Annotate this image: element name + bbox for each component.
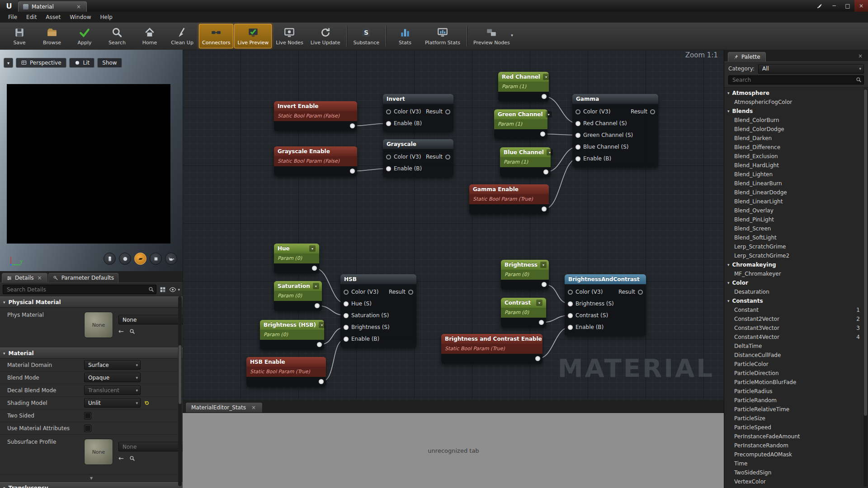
close-icon[interactable]: × — [856, 53, 864, 61]
magnifier-icon[interactable] — [129, 328, 135, 334]
palette-item-atmosphericfogcolor[interactable]: AtmosphericFogColor — [724, 98, 868, 107]
node-blue-channel[interactable]: Blue Channel▾Param (1) — [500, 147, 551, 177]
input-pin-brightness-s[interactable] — [568, 301, 573, 306]
palette-group-chromakeying[interactable]: ▾Chromakeying — [724, 260, 868, 269]
feedback-icon[interactable] — [812, 0, 827, 12]
palette-item-particleradius[interactable]: ParticleRadius — [724, 387, 868, 396]
use-selected-asset-icon[interactable]: ← — [118, 455, 124, 462]
node-gamma-enable[interactable]: Gamma EnableStatic Bool Param (True) — [469, 184, 549, 214]
toolbar-apply-button[interactable]: Apply — [69, 24, 100, 48]
category-select[interactable]: All ▾ — [758, 64, 864, 74]
palette-item-mf-chromakeyer[interactable]: MF_Chromakeyer — [724, 269, 868, 278]
palette-item-blend-hardlight[interactable]: Blend_HardLight — [724, 161, 868, 170]
palette-item-blend-darken[interactable]: Blend_Darken — [724, 134, 868, 143]
toolbar-liveupdate-button[interactable]: Live Update — [307, 24, 344, 48]
close-icon[interactable]: × — [250, 404, 257, 411]
phys-material-select[interactable]: None▾ — [118, 315, 193, 324]
toolbar-platformstats-button[interactable]: Platform Stats — [422, 24, 463, 48]
section-material-header[interactable]: ▾Material — [0, 347, 183, 359]
result-pin[interactable] — [638, 290, 643, 295]
palette-item-constant3vector[interactable]: Constant3Vector3 — [724, 324, 868, 333]
details-search-input[interactable] — [3, 285, 156, 294]
palette-group-atmosphere[interactable]: ▾Atmosphere — [724, 89, 868, 98]
magnifier-icon[interactable] — [129, 455, 135, 461]
palette-item-blend-colorburn[interactable]: Blend_ColorBurn — [724, 116, 868, 125]
input-pin-enable-b[interactable] — [344, 337, 349, 342]
tab-palette[interactable]: Palette — [728, 52, 766, 61]
palette-item-desaturation[interactable]: Desaturation — [724, 287, 868, 296]
palette-item-perinstancerandom[interactable]: PerInstanceRandom — [724, 441, 868, 450]
node-contrast[interactable]: Contrast▾Param (0) — [501, 298, 546, 328]
details-tab-parameter-defaults[interactable]: Parameter Defaults — [48, 273, 118, 282]
preview-shape-cylinder-button[interactable] — [104, 253, 116, 265]
output-pin[interactable] — [317, 342, 322, 347]
input-pin-enable-b[interactable] — [576, 156, 580, 161]
minimize-button[interactable]: ─ — [827, 0, 841, 12]
node-brightness[interactable]: Brightness▾Param (0) — [501, 260, 549, 290]
preview-shape-cube-button[interactable] — [150, 253, 162, 265]
use-material-attributes-checkbox[interactable] — [84, 425, 91, 432]
toolbar-stats-button[interactable]: Stats — [389, 24, 421, 48]
palette-item-constant2vector[interactable]: Constant2Vector2 — [724, 314, 868, 324]
section-physical-material-header[interactable]: ▾Physical Material — [0, 296, 183, 308]
node-brightness-and-contrast-enable[interactable]: Brightness and Contrast EnableStatic Boo… — [441, 334, 542, 364]
subsurface-profile-select[interactable]: None▾ — [118, 442, 193, 451]
palette-item-blend-screen[interactable]: Blend_Screen — [724, 224, 868, 233]
reset-to-default-icon[interactable] — [144, 400, 149, 405]
close-icon[interactable]: × — [75, 4, 82, 10]
output-pin[interactable] — [535, 356, 540, 361]
param-dropdown-icon[interactable]: ▾ — [540, 262, 547, 268]
toolbar-previewnodes-button[interactable]: Preview Nodes▾ — [470, 24, 513, 48]
output-pin[interactable] — [350, 123, 355, 128]
menu-help[interactable]: Help — [95, 13, 117, 22]
menu-asset[interactable]: Asset — [41, 13, 65, 22]
input-pin-contrast-s[interactable] — [568, 313, 573, 318]
toolbar-browse-button[interactable]: Browse — [36, 24, 68, 48]
palette-group-blends[interactable]: ▾Blends — [724, 107, 868, 116]
input-pin-enable-b[interactable] — [386, 166, 391, 171]
node-green-channel[interactable]: Green Channel▾Param (1) — [494, 109, 547, 139]
details-scrollbar[interactable] — [178, 296, 182, 486]
node-brightnessandcontrast[interactable]: BrightnessAndContrastColor (V3)ResultBri… — [565, 274, 646, 336]
palette-item-particlesize[interactable]: ParticleSize — [724, 414, 868, 423]
input-pin-hue-s[interactable] — [344, 301, 349, 306]
param-dropdown-icon[interactable]: ▾ — [319, 322, 325, 328]
advanced-expander[interactable]: ▼ — [0, 474, 183, 482]
result-pin[interactable] — [650, 109, 655, 114]
input-pin-brightness-s[interactable] — [344, 325, 349, 330]
section-translucency-header[interactable]: ▾Translucency — [0, 482, 183, 488]
details-tab-details[interactable]: Details× — [2, 273, 47, 282]
node-brightness-hsb[interactable]: Brightness (HSB)▾Param (0) — [260, 320, 324, 350]
palette-item-lerp-scratchgrime2[interactable]: Lerp_ScratchGrime2 — [724, 251, 868, 260]
node-hue[interactable]: Hue▾Param (0) — [274, 244, 319, 273]
palette-item-constant[interactable]: Constant1 — [724, 305, 868, 314]
palette-item-particlespeed[interactable]: ParticleSpeed — [724, 423, 868, 432]
palette-item-blend-exclusion[interactable]: Blend_Exclusion — [724, 152, 868, 161]
input-pin-color-v3[interactable] — [576, 109, 580, 114]
phys-material-thumbnail[interactable]: None — [84, 312, 113, 338]
param-dropdown-icon[interactable]: ▾ — [543, 74, 549, 80]
subsurface-profile-thumbnail[interactable]: None — [84, 439, 113, 465]
input-pin-color-v3[interactable] — [344, 290, 349, 295]
input-pin-blue-channel-s[interactable] — [576, 145, 580, 150]
output-pin[interactable] — [350, 169, 355, 174]
param-dropdown-icon[interactable]: ▾ — [536, 300, 542, 306]
output-pin[interactable] — [542, 282, 547, 287]
output-pin[interactable] — [315, 303, 320, 308]
toolbar-cleanup-button[interactable]: Clean Up — [166, 24, 198, 48]
viewport-lit-button[interactable]: Lit — [69, 58, 95, 68]
result-pin[interactable] — [445, 109, 450, 114]
node-invert-enable[interactable]: Invert EnableStatic Bool Param (False) — [274, 101, 357, 131]
menu-edit[interactable]: Edit — [22, 13, 41, 22]
result-pin[interactable] — [445, 155, 450, 160]
toolbar-save-button[interactable]: Save — [4, 24, 35, 48]
palette-group-color[interactable]: ▾Color — [724, 278, 868, 287]
output-pin[interactable] — [312, 266, 317, 271]
toolbar-substance-button[interactable]: SSubstance — [350, 24, 382, 48]
input-pin-saturation-s[interactable] — [344, 313, 349, 318]
palette-group-constants[interactable]: ▾Constants — [724, 296, 868, 305]
toolbar-home-button[interactable]: Home — [134, 24, 165, 48]
maximize-button[interactable]: □ — [841, 0, 854, 12]
palette-search-input[interactable] — [728, 75, 864, 84]
material-graph-canvas[interactable]: Invert EnableStatic Bool Param (False)In… — [183, 50, 724, 400]
